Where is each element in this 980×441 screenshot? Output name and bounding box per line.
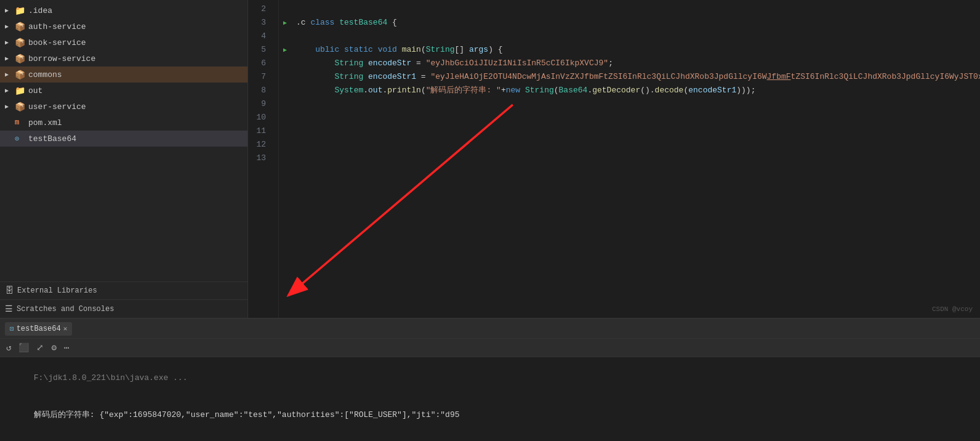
ln-11: 11 — [248, 124, 271, 138]
console-tab-icon: ⊡ — [10, 325, 14, 333]
arrow-icon-user: ▶ — [5, 103, 15, 110]
run-button-line3[interactable]: ▶ — [279, 16, 291, 30]
sidebar-item-auth-service[interactable]: ▶ 📦 auth-service — [0, 18, 247, 34]
sidebar-item-label-user: user-service — [28, 102, 86, 111]
ln-8: 8 — [248, 84, 271, 97]
rerun-button[interactable]: ↺ — [5, 341, 12, 354]
console-line-output: 解码后的字符串: {"exp":1695847020,"user_name":"… — [5, 397, 975, 434]
code-line-11 — [291, 124, 980, 138]
code-line-3: .c class testBase64 { — [291, 16, 980, 30]
restore-button[interactable]: ⤢ — [35, 341, 45, 354]
sidebar: ▶ 📁 .idea ▶ 📦 auth-service ▶ 📦 book-serv… — [0, 0, 248, 318]
console-tab-close[interactable]: ✕ — [63, 325, 68, 333]
console-tab-testbase64[interactable]: ⊡ testBase64 ✕ — [5, 322, 72, 336]
module-icon-book: 📦 — [15, 38, 26, 48]
sidebar-item-label-borrow: borrow-service — [28, 54, 95, 63]
ln-2: 2 — [248, 2, 271, 16]
java-icon-testbase64: ⊙ — [15, 134, 26, 144]
ln-12: 12 — [248, 138, 271, 152]
code-editor: 2 3 4 5 6 7 8 9 10 11 12 13 ▶ ▶ — [248, 0, 980, 318]
ln-9: 9 — [248, 97, 271, 111]
module-icon-auth: 📦 — [15, 22, 26, 32]
code-line-8: System.out.println("解码后的字符串: "+new Strin… — [291, 84, 980, 97]
arrow-icon-out: ▶ — [5, 87, 15, 94]
console-tab-label: testBase64 — [17, 325, 61, 333]
watermark: CSDN @vcoy — [932, 305, 973, 313]
scratches-icon: ☰ — [5, 304, 13, 314]
scratches-label: Scratches and Consoles — [17, 305, 114, 314]
sidebar-item-testbase64[interactable]: ▶ ⊙ testBase64 — [0, 131, 247, 147]
ln-10: 10 — [248, 111, 271, 124]
sidebar-item-user-service[interactable]: ▶ 📦 user-service — [0, 99, 247, 115]
sidebar-scratches-consoles[interactable]: ☰ Scratches and Consoles — [0, 299, 247, 318]
external-libraries-label: External Libraries — [17, 286, 97, 295]
arrow-icon-borrow: ▶ — [5, 55, 15, 62]
more-button[interactable]: ⋯ — [63, 341, 70, 354]
arrow-spacer-pom: ▶ — [5, 119, 15, 126]
ln-4: 4 — [248, 30, 271, 43]
line-numbers: 2 3 4 5 6 7 8 9 10 11 12 13 — [248, 0, 279, 318]
sidebar-item-label-testbase64: testBase64 — [28, 134, 76, 144]
ln-13: 13 — [248, 152, 271, 165]
main-container: ▶ 📁 .idea ▶ 📦 auth-service ▶ 📦 book-serv… — [0, 0, 980, 318]
sidebar-item-label-idea: .idea — [28, 6, 52, 15]
console-toolbar: ↺ ⬛ ⤢ ⚙ ⋯ — [0, 339, 980, 357]
arrow-icon-book: ▶ — [5, 39, 15, 46]
sidebar-item-label-book: book-service — [28, 38, 86, 47]
run-gutter: ▶ ▶ — [279, 0, 291, 318]
sidebar-item-commons[interactable]: ▶ 📦 commons — [0, 67, 247, 83]
sidebar-item-borrow-service[interactable]: ▶ 📦 borrow-service — [0, 51, 247, 67]
code-line-5: ublic static void main(String[] args) { — [291, 43, 980, 57]
module-icon-borrow: 📦 — [15, 54, 26, 64]
ln-5: 5 — [248, 43, 271, 57]
sidebar-item-label-auth: auth-service — [28, 22, 86, 31]
sidebar-item-book-service[interactable]: ▶ 📦 book-service — [0, 34, 247, 51]
code-line-10 — [291, 111, 980, 124]
settings-button[interactable]: ⚙ — [50, 341, 57, 354]
console-output-text: 解码后的字符串: {"exp":1695847020,"user_name":"… — [34, 410, 460, 419]
module-icon-user: 📦 — [15, 102, 26, 112]
code-line-12 — [291, 138, 980, 152]
xml-icon-pom: m — [15, 118, 26, 127]
ln-7: 7 — [248, 70, 271, 84]
bottom-tabs: ⊡ testBase64 ✕ — [0, 319, 980, 339]
sidebar-item-out[interactable]: ▶ 📁 out — [0, 83, 247, 99]
code-line-4 — [291, 30, 980, 43]
sidebar-item-pom[interactable]: ▶ m pom.xml — [0, 115, 247, 131]
code-line-13 — [291, 152, 980, 165]
sidebar-item-label-pom: pom.xml — [28, 118, 62, 127]
code-line-7: String encodeStr1 = "eyJleHAiOjE2OTU4NDc… — [291, 70, 980, 84]
sidebar-item-idea[interactable]: ▶ 📁 .idea — [0, 2, 247, 18]
arrow-icon: ▶ — [5, 7, 15, 14]
code-line-6: String encodeStr = "eyJhbGciOiJIUzI1NiIs… — [291, 57, 980, 70]
sidebar-item-label-commons: commons — [28, 70, 62, 79]
console-line-exit: Process finished with exit code 0 — [5, 434, 975, 441]
ln-3: 3 — [248, 16, 271, 30]
bottom-panel: ⊡ testBase64 ✕ ↺ ⬛ ⤢ ⚙ ⋯ F:\jdk1.8.0_221… — [0, 318, 980, 441]
sidebar-tree: ▶ 📁 .idea ▶ 📦 auth-service ▶ 📦 book-serv… — [0, 0, 247, 281]
run-button-line5[interactable]: ▶ — [279, 43, 291, 57]
module-icon-commons: 📦 — [15, 70, 26, 80]
code-line-2 — [291, 2, 980, 16]
arrow-spacer-test: ▶ — [5, 135, 15, 142]
console-command-text: F:\jdk1.8.0_221\bin\java.exe ... — [34, 373, 188, 382]
sidebar-item-label-out: out — [28, 86, 42, 95]
code-content[interactable]: .c class testBase64 { ublic static void … — [291, 0, 980, 318]
stop-button[interactable]: ⬛ — [17, 341, 30, 354]
editor-wrapper: 2 3 4 5 6 7 8 9 10 11 12 13 ▶ ▶ — [248, 0, 980, 318]
ln-6: 6 — [248, 57, 271, 70]
external-libraries-icon: 🗄 — [5, 286, 14, 296]
arrow-icon-auth: ▶ — [5, 23, 15, 30]
folder-icon-idea: 📁 — [15, 6, 26, 16]
code-line-9 — [291, 97, 980, 111]
folder-icon-out: 📁 — [15, 86, 26, 96]
arrow-icon-commons: ▶ — [5, 71, 15, 78]
console-output: F:\jdk1.8.0_221\bin\java.exe ... 解码后的字符串… — [0, 357, 980, 441]
sidebar-external-libraries[interactable]: 🗄 External Libraries — [0, 281, 247, 299]
console-line-command: F:\jdk1.8.0_221\bin\java.exe ... — [5, 360, 975, 397]
